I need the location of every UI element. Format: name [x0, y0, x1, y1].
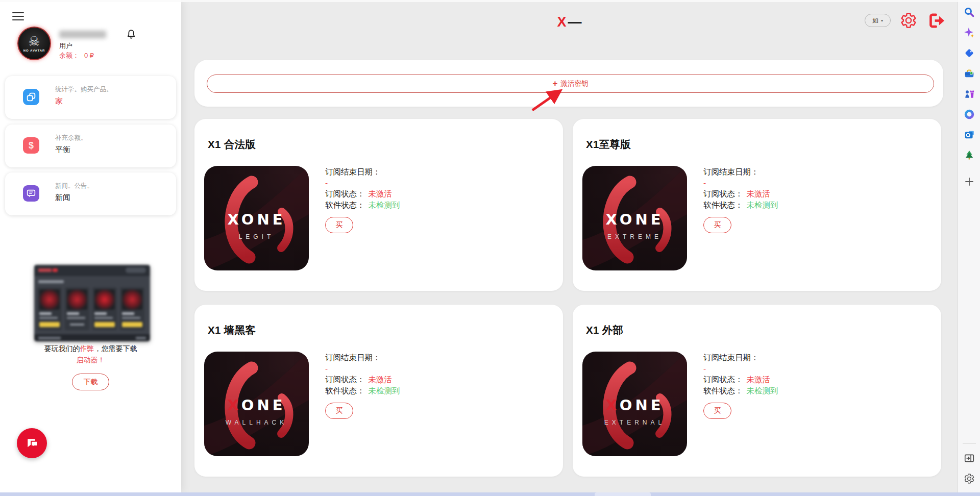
software-status: 软件状态：未检测到: [325, 200, 400, 211]
product-title: X1 外部: [586, 323, 623, 337]
page-title: X—: [181, 14, 958, 30]
microsoft-365-icon[interactable]: [964, 109, 975, 120]
product-image: XONE EXTERNAL: [582, 352, 687, 456]
sidebar-item-news[interactable]: 新闻。公告。 新闻: [5, 172, 176, 215]
sidebar-item-subtitle: 统计学。购买产品。: [55, 85, 113, 94]
taskbar-edge: [0, 492, 980, 496]
product-title: X1至尊版: [586, 137, 631, 152]
menu-hamburger-icon[interactable]: [12, 12, 24, 21]
subscription-status: 订阅状态：未激活: [703, 375, 770, 385]
brand-text: XONE: [204, 396, 309, 414]
product-title: X1 墙黑客: [208, 323, 256, 337]
chat-bubbles-icon: [24, 436, 40, 451]
product-image: XONE EXTREME: [582, 166, 687, 270]
outlook-icon[interactable]: [964, 129, 975, 140]
sidebar-item-home[interactable]: 统计学。购买产品。 家: [5, 76, 176, 119]
activate-key-panel: + 激活密钥: [194, 60, 943, 107]
product-card-extreme: X1至尊版 XONE EXTREME 订阅结束日期： - 订阅状态：未激活 软件…: [573, 119, 941, 291]
add-icon[interactable]: [964, 176, 975, 187]
software-status: 软件状态：未检测到: [703, 200, 778, 211]
sidebar: ☠ NO AVATAR 用户 余额：0 ₽ 统计学。购买产品。 家 $ 补充余额…: [0, 0, 181, 492]
launcher-preview-image: [34, 265, 150, 341]
product-image: XONE WALLHACK: [204, 352, 309, 456]
open-panel-icon[interactable]: [964, 453, 975, 464]
edition-text: EXTREME: [582, 233, 687, 240]
end-date-label: 订阅结束日期：: [325, 353, 381, 363]
search-icon[interactable]: [964, 7, 975, 18]
sidebar-item-subtitle: 补充余额。: [55, 134, 87, 142]
games-chess-icon[interactable]: [964, 88, 975, 100]
shopping-tag-icon[interactable]: [964, 47, 975, 59]
dollar-icon: $: [23, 137, 39, 154]
pages-icon: [23, 89, 39, 105]
edition-text: WALLHACK: [204, 419, 309, 426]
buy-button[interactable]: 买: [325, 403, 353, 419]
username-redacted: [59, 31, 106, 38]
skull-icon: ☠: [28, 35, 40, 48]
edition-text: EXTERNAL: [582, 419, 687, 426]
browser-edge-sidebar: [958, 0, 980, 492]
software-status: 软件状态：未检测到: [325, 386, 400, 396]
plus-icon: +: [553, 79, 558, 88]
product-image: XONE LEGIT: [204, 166, 309, 270]
avatar-caption: NO AVATAR: [23, 49, 45, 52]
user-role: 用户: [59, 41, 72, 51]
end-date-value: -: [325, 179, 328, 188]
brand-text: XONE: [582, 211, 687, 228]
product-card-legit: X1 合法版 XONE LEGIT 订阅结束日期： - 订阅状态：未激活 软件状…: [194, 119, 563, 291]
taskbar-edge-highlight: [595, 492, 651, 496]
buy-button[interactable]: 买: [703, 403, 731, 419]
buy-button[interactable]: 买: [703, 217, 731, 233]
subscription-status: 订阅状态：未激活: [703, 189, 770, 200]
download-button[interactable]: 下载: [72, 374, 109, 390]
sidebar-item-label: 新闻: [55, 193, 70, 203]
end-date-label: 订阅结束日期：: [325, 167, 381, 178]
end-date-value: -: [325, 364, 328, 374]
brand-text: XONE: [204, 211, 309, 228]
toolbox-icon[interactable]: [964, 68, 975, 79]
software-status: 软件状态：未检测到: [703, 386, 778, 396]
avatar[interactable]: ☠ NO AVATAR: [17, 27, 51, 60]
user-balance: 余额：0 ₽: [59, 51, 94, 60]
activate-key-button[interactable]: + 激活密钥: [207, 75, 934, 93]
edition-text: LEGIT: [204, 233, 309, 240]
brand-text: XONE: [582, 396, 687, 414]
download-promo-text: 要玩我们的作弊，您需要下载 启动器！: [0, 343, 181, 365]
buy-button[interactable]: 买: [325, 217, 353, 233]
chat-bubble-icon: [23, 185, 39, 202]
subscription-status: 订阅状态：未激活: [325, 375, 392, 385]
end-date-value: -: [703, 179, 706, 188]
settings-gear-icon[interactable]: [964, 473, 975, 484]
copilot-sparkle-icon[interactable]: [964, 27, 975, 38]
tree-icon[interactable]: [964, 150, 975, 161]
product-card-external: X1 外部 XONE EXTERNAL 订阅结束日期： - 订阅状态：未激活 软…: [573, 305, 941, 477]
notifications-bell-icon[interactable]: [125, 29, 137, 41]
product-title: X1 合法版: [208, 137, 256, 152]
support-chat-button[interactable]: [17, 428, 47, 458]
sidebar-item-balance[interactable]: $ 补充余额。 平衡: [5, 125, 176, 167]
end-date-label: 订阅结束日期：: [703, 167, 759, 178]
sidebar-item-subtitle: 新闻。公告。: [55, 182, 93, 190]
sidebar-item-label: 平衡: [55, 145, 70, 155]
end-date-label: 订阅结束日期：: [703, 353, 759, 363]
subscription-status: 订阅状态：未激活: [325, 189, 392, 200]
end-date-value: -: [703, 364, 706, 374]
browser-top-edge: [0, 0, 980, 2]
product-card-wallhack: X1 墙黑客 XONE WALLHACK 订阅结束日期： - 订阅状态：未激活 …: [194, 305, 563, 477]
sidebar-item-label: 家: [55, 96, 63, 106]
sidebar-divider: [963, 443, 976, 443]
